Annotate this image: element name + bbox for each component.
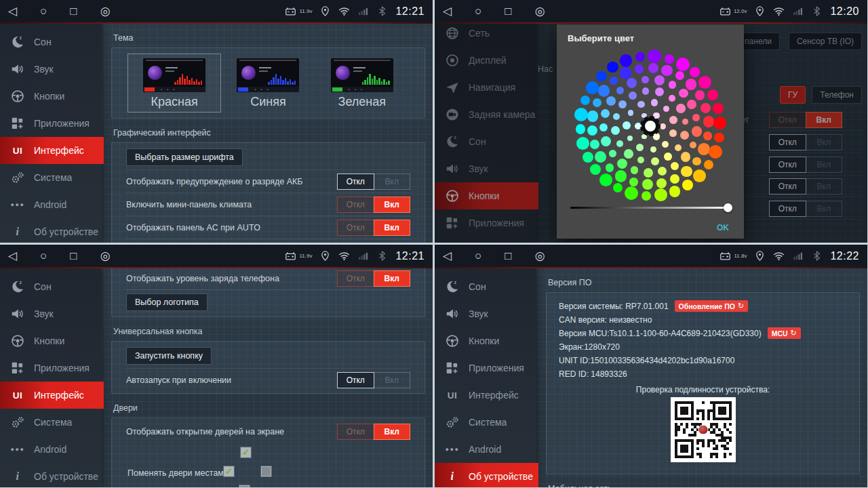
font-size-button[interactable]: Выбрать размер шрифта [126,148,243,166]
color-dot[interactable] [601,136,611,146]
color-dot[interactable] [663,106,669,112]
color-dot[interactable] [679,89,688,98]
app-button[interactable]: ◎ [535,5,545,17]
color-dot[interactable] [676,58,690,71]
color-dot[interactable] [661,65,672,76]
color-dot[interactable] [637,101,645,108]
color-dot[interactable] [625,186,638,200]
color-dot[interactable] [595,151,606,163]
toggle-off-option[interactable]: Откл [337,270,374,287]
color-wheel[interactable] [576,52,725,201]
sidebar-item-buttons[interactable]: Кнопки [0,83,102,110]
toggle-on-option[interactable]: Вкл [374,174,411,190]
sidebar-item-interface[interactable]: UIИнтерфейс [0,137,104,164]
color-dot[interactable] [686,79,697,90]
sidebar-item-about[interactable]: iОб устройстве [0,218,102,243]
software-update-button[interactable]: Обновление ПО↻ [675,300,749,312]
theme-option[interactable]: • • •Красная [127,54,221,113]
color-dot[interactable] [596,71,607,82]
color-dot[interactable] [624,149,633,158]
color-dot[interactable] [627,136,633,141]
back-button[interactable]: ◁ [8,250,17,262]
home-button[interactable]: ○ [40,250,47,262]
color-dot[interactable] [701,103,711,113]
color-dot[interactable] [635,52,645,62]
color-dot[interactable] [707,89,718,100]
color-dot[interactable] [644,168,653,178]
logo-select-button[interactable]: Выбор логотипа [126,293,208,311]
sidebar-item-apps[interactable]: Приложения [0,110,102,137]
toggle-on-option[interactable]: Вкл [374,197,411,213]
color-dot[interactable] [656,178,667,188]
color-dot[interactable] [651,157,659,165]
recents-button[interactable]: □ [70,5,77,17]
color-dot[interactable] [664,152,672,161]
color-dot[interactable] [587,110,598,121]
on-off-toggle[interactable]: ОтклВкл [337,372,410,388]
color-dot[interactable] [703,131,712,140]
color-dot[interactable] [617,159,627,169]
color-dot[interactable] [601,109,610,118]
sidebar-item-sound[interactable]: Звук [435,300,536,327]
sidebar-item-android[interactable]: ●●●Android [0,436,102,463]
color-dot[interactable] [629,178,638,186]
sidebar-item-system[interactable]: Система [435,409,536,436]
color-dot[interactable] [669,116,677,124]
color-dot[interactable] [637,157,644,163]
color-dot[interactable] [574,108,588,121]
slider-thumb[interactable] [724,203,732,212]
color-dot[interactable] [682,180,693,190]
color-dot[interactable] [642,113,647,119]
color-dot[interactable] [654,75,665,85]
color-dot[interactable] [623,121,631,129]
color-dot[interactable] [576,124,585,134]
color-dot[interactable] [599,123,608,131]
color-dot[interactable] [616,140,623,146]
launch-button[interactable]: Запустить кнопку [126,347,212,365]
home-button[interactable]: ○ [475,250,481,262]
door-checkbox-right[interactable] [260,466,272,477]
color-dot[interactable] [669,186,680,197]
color-dot[interactable] [660,123,666,129]
color-dot[interactable] [599,174,612,186]
back-button[interactable]: ◁ [443,250,452,262]
color-dot[interactable] [615,170,627,182]
toggle-off-option[interactable]: Откл [337,243,374,243]
color-dot[interactable] [703,116,714,127]
on-off-toggle[interactable]: ОтклВкл [337,174,410,190]
sidebar-item-sound[interactable]: Звук [0,56,102,83]
color-dot[interactable] [576,137,589,150]
color-dot[interactable] [613,113,620,120]
sidebar-item-interface[interactable]: UIИнтерфейс [0,382,104,409]
color-dot[interactable] [587,125,597,136]
color-dot[interactable] [635,64,644,74]
brightness-slider[interactable] [570,207,730,209]
color-dot[interactable] [713,117,726,129]
color-dot[interactable] [590,164,601,175]
color-dot[interactable] [611,126,620,135]
color-dot[interactable] [692,126,702,136]
color-dot[interactable] [713,103,724,114]
color-dot[interactable] [609,150,616,157]
theme-option[interactable]: • • •Синяя [221,54,315,113]
color-dot[interactable] [692,114,700,121]
color-dot[interactable] [607,62,618,73]
color-dot[interactable] [606,96,616,106]
color-dot[interactable] [631,166,638,174]
sidebar-item-android[interactable]: ●●●Android [435,436,536,463]
color-dot[interactable] [665,54,674,64]
color-dot[interactable] [583,152,594,163]
sidebar-item-sleep[interactable]: zСон [0,28,102,56]
color-dot[interactable] [642,76,649,83]
color-dot[interactable] [590,140,599,149]
sidebar-item-about[interactable]: iОб устройстве [435,463,538,487]
app-button[interactable]: ◎ [100,250,111,262]
sidebar-item-apps[interactable]: Приложения [435,354,536,382]
toggle-on-option[interactable]: Вкл [374,424,411,440]
color-dot[interactable] [620,67,631,79]
toggle-off-option[interactable]: Откл [337,372,374,388]
color-dot[interactable] [662,141,669,148]
color-dot[interactable] [690,142,697,149]
color-dot[interactable] [693,169,706,182]
color-dot[interactable] [616,87,624,94]
